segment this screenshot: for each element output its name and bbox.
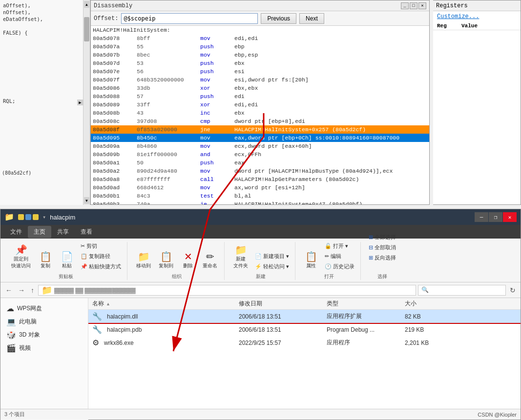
file-type-pdb: Program Debug ... xyxy=(327,326,405,333)
tab-view[interactable]: 查看 xyxy=(75,226,98,238)
paste-btn[interactable]: 📄 粘贴 xyxy=(57,250,77,271)
new-item-icon: 📄 xyxy=(255,253,262,260)
move-to-btn[interactable]: 📁 移动到 xyxy=(133,250,154,271)
paste-icon: 📄 xyxy=(61,252,73,261)
col-type-header[interactable]: 类型 xyxy=(327,300,405,308)
disasm-line[interactable]: 80a5d07f 648b3520000000 mov esi,dword pt… xyxy=(91,76,429,84)
disasm-line[interactable]: 80a5d089 33ff xor edi,edi xyxy=(91,100,429,109)
lp-line xyxy=(3,50,88,57)
disasm-line[interactable]: 80a5d086 33db xor ebx,ebx xyxy=(91,84,429,92)
copy-path-btn[interactable]: 📋 复制路径 xyxy=(79,252,123,261)
nav-item-3d[interactable]: 🎲 3D 对象 xyxy=(0,328,88,341)
3d-icon: 🎲 xyxy=(6,330,16,340)
disassembly-window: Disassembly _ □ ✕ Offset: Previous Next … xyxy=(90,0,430,205)
scroll-down-btn[interactable]: ▼ xyxy=(84,197,89,204)
disasm-line[interactable]: 80a5d0a1 50 push eax xyxy=(91,159,429,167)
disasm-line[interactable]: 80a5d0a8 e87fffffff call HALACPIM!HalpGe… xyxy=(91,175,429,183)
disasm-line[interactable]: 80a5d088 57 push edi xyxy=(91,92,429,100)
file-explorer-window: 📁 ▾ halacpim — ❐ ✕ 文件 主页 共享 查看 📌 固定到快速访问 xyxy=(0,209,521,420)
left-panel-scrollbar[interactable]: ▲ ▼ xyxy=(83,0,90,205)
disasm-line[interactable]: 80a5d08b 43 inc ebx xyxy=(91,109,429,117)
disasm-line[interactable]: 80a5d07b 8bec mov ebp,esp xyxy=(91,51,429,59)
pdb-file-icon: 🔧 xyxy=(92,325,102,334)
disasm-line[interactable]: 80a5d0ad 668d4612 mov ax,word ptr [esi+1… xyxy=(91,183,429,192)
up-btn[interactable]: ↑ xyxy=(29,285,36,295)
col-date-header[interactable]: 修改日期 xyxy=(239,300,327,308)
disasm-line[interactable]: 80a5d0a2 890d24d9a480 mov dword ptr [HAL… xyxy=(91,167,429,175)
nav-item-video[interactable]: 🎬 视频 xyxy=(0,341,88,355)
file-row-dll[interactable]: 🔧 halacpim.dll 2006/6/18 13:51 应用程序扩展 82… xyxy=(88,310,521,323)
select-none-btn[interactable]: ⊟ 全部取消 xyxy=(367,243,398,252)
easy-access-btn[interactable]: ⚡ 轻松访问 ▾ xyxy=(253,262,291,271)
copy-btn[interactable]: 📋 复制 xyxy=(36,250,55,271)
col-name-header[interactable]: 名称 ▲ xyxy=(92,300,239,308)
cut-btn[interactable]: ✂ 剪切 xyxy=(79,241,123,251)
file-row-exe[interactable]: ⚙ wrkx86.exe 2022/9/25 15:57 应用程序 2,201 … xyxy=(88,336,521,349)
next-btn[interactable]: Next xyxy=(299,13,324,24)
rename-btn[interactable]: ✏ 重命名 xyxy=(200,250,220,271)
fe-close-btn[interactable]: ✕ xyxy=(503,212,517,222)
select-all-btn[interactable]: ⊞ 全部选择 xyxy=(367,233,398,242)
offset-input[interactable] xyxy=(121,13,258,24)
tab-file[interactable]: 文件 xyxy=(4,226,28,238)
disasm-line[interactable]: 80a5d078 8bff mov edi,edi xyxy=(91,34,429,42)
minimize-btn[interactable]: _ xyxy=(401,2,409,9)
tab-bar: 文件 主页 共享 查看 xyxy=(0,225,521,239)
close-btn[interactable]: ✕ xyxy=(418,2,426,9)
new-item-btn[interactable]: 📄 新建项目 ▾ xyxy=(253,252,291,261)
address-path[interactable]: 📁 ▓▓▓▓▓ ▓▓ ▓▓▓▓▓▓▓▓▓▓▓▓▓ xyxy=(38,285,416,296)
col-size-header[interactable]: 大小 xyxy=(405,300,454,308)
nav-item-pc[interactable]: 💻 此电脑 xyxy=(0,315,88,328)
disasm-line-jne[interactable]: 80a5d08f 0f853a020000 jne HALACPIM!HalIn… xyxy=(91,125,429,134)
file-row-pdb[interactable]: 🔧 halacpim.pdb 2006/6/18 13:51 Program D… xyxy=(88,323,521,336)
copy-to-btn[interactable]: 📋 复制到 xyxy=(156,250,176,271)
customize-btn[interactable]: Customize... xyxy=(433,11,521,22)
scroll-up-btn[interactable]: ▲ xyxy=(84,1,89,8)
disasm-line[interactable]: 80a5d0b1 84c3 test bl,al xyxy=(91,192,429,200)
fe-minimize-btn[interactable]: — xyxy=(475,212,488,222)
path-text: ▓▓▓▓▓ ▓▓ ▓▓▓▓▓▓▓▓▓▓▓▓▓ xyxy=(54,287,136,293)
disasm-line[interactable]: 80a5d07e 56 push esi xyxy=(91,67,429,76)
disasm-line[interactable]: 80a5d07a 55 push ebp xyxy=(91,42,429,51)
disasm-line[interactable]: 80a5d09a 8b4860 mov ecx,dword ptr [eax+6… xyxy=(91,142,429,150)
new-folder-btn[interactable]: 📁 新建文件夹 xyxy=(230,243,251,271)
search-box[interactable]: 🔍 xyxy=(418,285,506,296)
paste-shortcut-btn[interactable]: 📌 粘贴快捷方式 xyxy=(79,262,123,271)
previous-btn[interactable]: Previous xyxy=(261,13,296,24)
lp-line: aOffset), xyxy=(3,2,88,9)
disasm-content[interactable]: HALACPIM!HalInitSystem: 80a5d078 8bff mo… xyxy=(91,26,429,204)
properties-btn[interactable]: 📋 属性 xyxy=(301,250,321,271)
ribbon-group-select: ⊞ 全部选择 ⊟ 全部取消 ⊞ 反向选择 选择 xyxy=(363,242,402,280)
disasm-line[interactable]: 80a5d08c 397d08 cmp dword ptr [ebp+8],ed… xyxy=(91,117,429,125)
delete-btn[interactable]: ✕ 删除 xyxy=(178,250,198,271)
lp-line xyxy=(3,70,88,77)
disasm-line[interactable]: 80a5d07d 53 push ebx xyxy=(91,59,429,67)
fe-window-controls: — ❐ ✕ xyxy=(475,212,517,222)
pin-to-quick-access-btn[interactable]: 📌 固定到快速访问 xyxy=(8,243,34,271)
reg-header: Reg Value xyxy=(433,22,521,30)
disasm-line[interactable]: 80a5d09b 81e1ff000000 and ecx,0FFh xyxy=(91,150,429,159)
history-btn[interactable]: 🕐 历史记录 xyxy=(323,262,356,271)
file-table-header: 名称 ▲ 修改日期 类型 大小 xyxy=(88,298,521,310)
copy-path-icon: 📋 xyxy=(81,253,87,260)
ribbon-row: 📌 固定到快速访问 📋 复制 📄 粘贴 ✂ 剪切 xyxy=(8,241,123,271)
scroll-thumb[interactable] xyxy=(84,17,89,41)
path-folder-icon: 📁 xyxy=(42,285,52,296)
disasm-line[interactable]: 80a5d0b3 740a je HALACPIM!HalInitSystem+… xyxy=(91,200,429,204)
lp-line: FALSE) { xyxy=(3,29,88,36)
open-btn[interactable]: 🔓 打开 ▾ xyxy=(323,241,356,251)
file-type-dll: 应用程序扩展 xyxy=(327,312,405,320)
fe-restore-btn[interactable]: ❐ xyxy=(489,212,502,222)
tab-home[interactable]: 主页 xyxy=(28,226,51,238)
back-btn[interactable]: ← xyxy=(3,285,14,295)
forward-btn[interactable]: → xyxy=(16,285,27,295)
invert-selection-btn[interactable]: ⊞ 反向选择 xyxy=(367,253,398,262)
clipboard-small-btns: ✂ 剪切 📋 复制路径 📌 粘贴快捷方式 xyxy=(79,241,123,271)
disasm-line-highlighted[interactable]: 80a5d095 8b450c mov eax,dword ptr [ebp+0… xyxy=(91,134,429,142)
nav-item-wps[interactable]: ☁ WPS网盘 xyxy=(0,302,88,315)
refresh-btn[interactable]: ↻ xyxy=(508,285,518,295)
maximize-btn[interactable]: □ xyxy=(410,2,417,9)
expand-arrow[interactable]: ▶ xyxy=(77,100,83,105)
edit-btn[interactable]: ✏ 编辑 xyxy=(323,252,356,261)
tab-share[interactable]: 共享 xyxy=(51,226,75,238)
